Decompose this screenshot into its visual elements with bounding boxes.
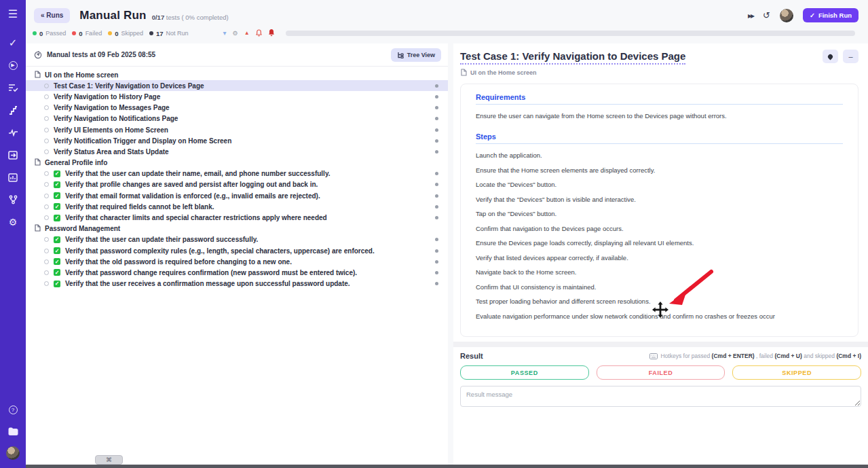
collapse-button[interactable]: –	[843, 50, 858, 63]
status-dot	[33, 31, 37, 35]
result-status-dot	[435, 282, 438, 285]
bell-outline-icon[interactable]	[256, 29, 262, 38]
check-icon: ✓	[810, 12, 815, 19]
test-case-row[interactable]: ✓Verify that the user can update their p…	[26, 234, 448, 245]
result-message-input[interactable]	[460, 386, 861, 407]
step-text: Confirm that navigation to the Devices p…	[476, 225, 843, 232]
status-circle-icon	[44, 281, 49, 286]
step-text: Launch the application.	[476, 151, 843, 159]
tree-section-row[interactable]: UI on the Home screen	[26, 69, 448, 80]
folder-icon[interactable]	[6, 425, 20, 438]
branch-icon[interactable]	[6, 193, 20, 206]
test-case-row[interactable]: ✓Verify that the user receives a confirm…	[26, 278, 448, 289]
tree-section-row[interactable]: General Profile info	[26, 158, 448, 168]
test-case-title: Verify that the user receives a confirma…	[65, 280, 350, 287]
status-dot	[108, 31, 112, 35]
user-avatar[interactable]	[6, 446, 20, 460]
finish-run-button[interactable]: ✓ Finish Run	[803, 8, 858, 22]
steps-list: Launch the application.Ensure that the H…	[476, 151, 843, 320]
test-case-row[interactable]: ✓Verify that email format validation is …	[26, 190, 448, 201]
status-count: 0	[79, 30, 82, 37]
page-title: Manual Run	[79, 9, 146, 22]
document-icon	[34, 71, 41, 79]
test-case-title: Verify that the user can update their na…	[65, 170, 330, 177]
test-tree-panel: Manual tests at 09 Feb 2025 08:55 Tree V…	[26, 43, 448, 465]
status-label: Passed	[45, 30, 66, 37]
pulse-icon[interactable]	[6, 126, 20, 139]
horizontal-scrollbar[interactable]	[24, 465, 868, 468]
verdict-buttons: PASSEDFAILEDSKIPPED	[460, 365, 861, 380]
test-case-title: Verify that the user can update their pa…	[65, 236, 258, 243]
result-status-dot	[435, 95, 438, 98]
chart-icon[interactable]	[6, 170, 20, 184]
chevron-down-icon[interactable]: ▾	[223, 30, 227, 37]
test-case-title[interactable]: Test Case 1: Verify Navigation to Device…	[460, 50, 685, 65]
test-case-row[interactable]: Verify Navigation to Messages Page	[26, 103, 448, 113]
section-title: Password Management	[45, 225, 120, 232]
gear-small-icon[interactable]: ⚙	[233, 31, 238, 37]
status-stat: 0Failed	[72, 30, 102, 37]
fast-forward-icon[interactable]: ▸▸	[748, 11, 753, 20]
status-stat: 0Skipped	[108, 30, 143, 37]
verdict-skipped-button[interactable]: SKIPPED	[732, 365, 861, 380]
result-status-dot	[435, 128, 438, 132]
status-label: Not Run	[166, 30, 189, 37]
result-status-dot	[435, 117, 438, 120]
history-icon[interactable]: ↺	[763, 10, 770, 20]
test-case-row[interactable]: ✓Verify that profile changes are saved a…	[26, 179, 448, 190]
test-case-row[interactable]: Verify Status Area and Stats Update	[26, 146, 448, 157]
test-case-row[interactable]: ✓Verify that required fields cannot be l…	[26, 201, 448, 212]
caret-up-icon[interactable]: ▲	[244, 31, 250, 36]
test-case-title: Verify that email format validation is e…	[65, 192, 320, 200]
panel-resizer[interactable]	[453, 342, 868, 347]
test-case-row[interactable]: ✓Verify that character limits and specia…	[26, 212, 448, 223]
steps-icon[interactable]	[6, 103, 20, 117]
run-progress-text: 0/17 tests ( 0% completed)	[152, 14, 229, 21]
result-status-dot	[435, 139, 438, 143]
status-circle-icon	[44, 270, 49, 275]
test-case-title: Verify that the old password is required…	[65, 258, 292, 266]
test-case-row[interactable]: ✓Verify that the old password is require…	[26, 256, 448, 267]
bell-filled-icon[interactable]	[268, 29, 275, 38]
test-case-row[interactable]: ✓Verify that the user can update their n…	[26, 168, 448, 179]
ink-drop-button[interactable]	[823, 50, 838, 63]
test-case-row[interactable]: ✓Verify that password complexity rules (…	[26, 245, 448, 256]
requirements-heading: Requirements	[476, 93, 843, 105]
gear-icon[interactable]: ⚙	[6, 215, 20, 229]
green-check-emoji: ✓	[54, 181, 60, 188]
result-section: Result Hotkeys for passed (Cmd + ENTER) …	[453, 347, 868, 410]
list-check-icon[interactable]	[6, 81, 20, 94]
menu-icon[interactable]: ☰	[6, 7, 20, 20]
back-to-runs-button[interactable]: « Runs	[34, 8, 70, 23]
test-case-row[interactable]: Verify Navigation to Notifications Page	[26, 113, 448, 124]
verdict-passed-button[interactable]: PASSED	[460, 365, 589, 380]
app-sidebar: ☰ ✓ ▶ ⚙ ?	[0, 0, 26, 468]
test-case-row[interactable]: Verify UI Elements on Home Screen	[26, 124, 448, 135]
section-title: General Profile info	[45, 159, 107, 166]
tree-section-row[interactable]: Password Management	[26, 223, 448, 234]
drop-icon	[827, 53, 834, 60]
status-circle-icon	[44, 237, 49, 242]
verdict-failed-button[interactable]: FAILED	[597, 365, 725, 380]
steps-heading: Steps	[476, 132, 843, 144]
play-circle-icon[interactable]: ▶	[6, 58, 20, 72]
test-case-row[interactable]: Test Case 1: Verify Navigation to Device…	[26, 80, 448, 91]
section-title: UI on the Home screen	[45, 71, 118, 79]
box-arrow-icon[interactable]	[6, 148, 20, 162]
test-case-row[interactable]: Verify Navigation to History Page	[26, 91, 448, 102]
result-status-dot	[435, 150, 438, 154]
test-case-row[interactable]: Verify Notification Trigger and Display …	[26, 135, 448, 146]
move-cursor-icon[interactable]	[652, 301, 669, 319]
tests-count: 0/17	[152, 14, 165, 21]
step-text: Verify that listed devices appear correc…	[476, 254, 843, 262]
step-text: Ensure the Devices page loads correctly,…	[476, 239, 843, 247]
test-case-title: Verify Status Area and Stats Update	[54, 148, 169, 156]
test-case-row[interactable]: ✓Verify that password change requires co…	[26, 267, 448, 278]
status-label: Skipped	[121, 30, 143, 37]
check-icon[interactable]: ✓	[6, 36, 20, 50]
user-avatar-top[interactable]	[780, 9, 793, 22]
help-icon[interactable]: ?	[6, 403, 20, 416]
step-text: Locate the "Devices" button.	[476, 181, 843, 188]
tree-icon	[397, 52, 404, 58]
tree-view-button[interactable]: Tree View	[391, 48, 441, 62]
